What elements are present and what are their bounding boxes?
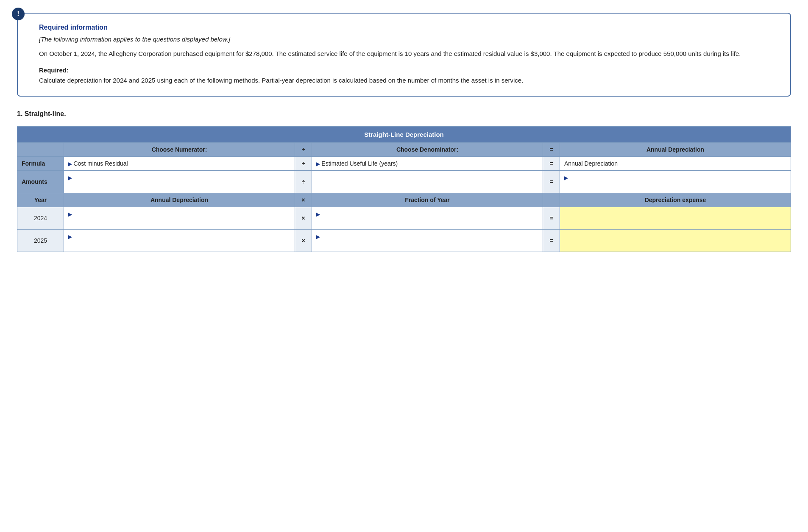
amounts-eq-op: = [543, 171, 560, 193]
formula-denominator: ▶ Estimated Useful Life (years) [312, 157, 543, 171]
year-2025-row: 2025 ▶ × ▶ = [17, 230, 791, 252]
arrow-icon7: ▶ [68, 234, 72, 240]
header-eq-op: = [543, 143, 560, 157]
year-2024-eq-op: = [543, 207, 560, 230]
amounts-row: Amounts ▶ ÷ = ▶ [17, 171, 791, 193]
sub-header-mult-op: × [295, 193, 312, 207]
year-2025-dep-expense-cell[interactable] [560, 230, 791, 252]
formula-annual: Annual Depreciation [560, 157, 791, 171]
year-2025-annual-input[interactable] [68, 240, 290, 248]
header-numerator: Choose Numerator: [64, 143, 295, 157]
formula-numerator: ▶ Cost minus Residual [64, 157, 295, 171]
formula-row: Formula ▶ Cost minus Residual ÷ ▶ Estima… [17, 157, 791, 171]
year-2024-label: 2024 [17, 207, 64, 230]
sub-header-annual: Annual Depreciation [64, 193, 295, 207]
year-2025-mult-op: × [295, 230, 312, 252]
info-title: Required information [39, 24, 778, 31]
amounts-numerator-input[interactable] [68, 181, 290, 189]
table-title-row: Straight-Line Depreciation [17, 127, 791, 143]
year-2024-fraction-cell[interactable]: ▶ [312, 207, 543, 230]
year-2025-annual-cell[interactable]: ▶ [64, 230, 295, 252]
formula-row-label: Formula [17, 157, 64, 171]
year-2025-fraction-input[interactable] [316, 240, 538, 248]
info-body: On October 1, 2024, the Allegheny Corpor… [39, 49, 778, 59]
year-2025-label: 2025 [17, 230, 64, 252]
sub-header-fraction: Fraction of Year [312, 193, 543, 207]
required-body: Calculate depreciation for 2024 and 2025… [39, 75, 778, 86]
arrow-icon8: ▶ [316, 234, 320, 240]
sub-header-row: Year Annual Depreciation × Fraction of Y… [17, 193, 791, 207]
year-2024-fraction-input[interactable] [316, 217, 538, 226]
section-label: 1. Straight-line. [17, 110, 791, 118]
header-annual: Annual Depreciation [560, 143, 791, 157]
amounts-div-op: ÷ [295, 171, 312, 193]
required-label: Required: [39, 66, 778, 74]
year-2025-fraction-cell[interactable]: ▶ [312, 230, 543, 252]
arrow-icon6: ▶ [316, 211, 320, 217]
info-subtitle: [The following information applies to th… [39, 36, 778, 43]
year-2024-row: 2024 ▶ × ▶ = [17, 207, 791, 230]
alert-icon: ! [12, 8, 25, 20]
amounts-denominator-input[interactable] [316, 177, 538, 186]
formula-div-op: ÷ [295, 157, 312, 171]
amounts-denominator-cell[interactable] [312, 171, 543, 193]
amounts-annual-cell[interactable]: ▶ [560, 171, 791, 193]
sub-header-empty [543, 193, 560, 207]
formula-eq-op: = [543, 157, 560, 171]
arrow-icon: ▶ [68, 161, 73, 167]
amounts-annual-input[interactable] [564, 181, 786, 189]
arrow-icon3: ▶ [68, 175, 72, 181]
year-2024-dep-expense-input[interactable] [564, 214, 786, 222]
year-2024-dep-expense-cell[interactable] [560, 207, 791, 230]
year-2024-mult-op: × [295, 207, 312, 230]
table-title: Straight-Line Depreciation [17, 127, 791, 143]
year-2024-annual-cell[interactable]: ▶ [64, 207, 295, 230]
sub-header-dep-expense: Depreciation expense [560, 193, 791, 207]
amounts-row-label: Amounts [17, 171, 64, 193]
arrow-icon4: ▶ [564, 175, 568, 181]
arrow-icon5: ▶ [68, 211, 72, 217]
year-2024-annual-input[interactable] [68, 217, 290, 226]
sub-header-year: Year [17, 193, 64, 207]
info-box: ! Required information [The following in… [17, 13, 791, 97]
arrow-icon2: ▶ [316, 161, 321, 167]
header-div-op: ÷ [295, 143, 312, 157]
table-header-row: Choose Numerator: ÷ Choose Denominator: … [17, 143, 791, 157]
year-2025-dep-expense-input[interactable] [564, 236, 786, 245]
header-label-cell [17, 143, 64, 157]
header-denominator: Choose Denominator: [312, 143, 543, 157]
depreciation-table: Straight-Line Depreciation Choose Numera… [17, 126, 791, 252]
year-2025-eq-op: = [543, 230, 560, 252]
amounts-numerator-cell[interactable]: ▶ [64, 171, 295, 193]
